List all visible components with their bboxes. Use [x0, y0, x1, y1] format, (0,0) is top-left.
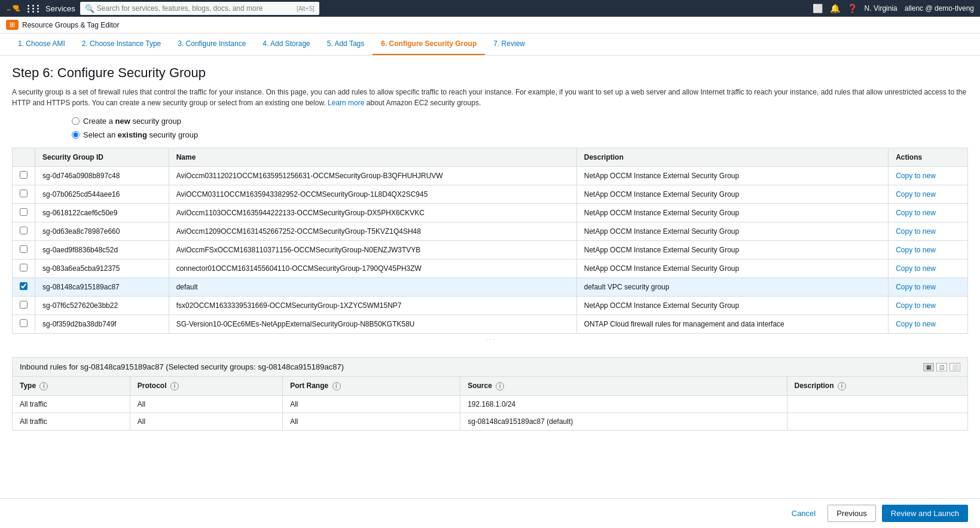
- row-description: NetApp OCCM Instance External Security G…: [576, 222, 888, 241]
- row-actions[interactable]: Copy to new: [889, 260, 968, 278]
- search-input[interactable]: [97, 4, 294, 13]
- services-button[interactable]: Services: [45, 4, 75, 13]
- row-checkbox[interactable]: [20, 245, 28, 253]
- row-description: NetApp OCCM Instance External Security G…: [576, 260, 888, 278]
- security-groups-table: Security Group ID Name Description Actio…: [12, 148, 968, 334]
- row-checkbox[interactable]: [20, 301, 28, 309]
- row-actions[interactable]: Copy to new: [889, 222, 968, 241]
- grid-icon[interactable]: [28, 5, 41, 13]
- row-sg-id: sg-08148ca915189ac87: [35, 278, 169, 297]
- radio-existing-input[interactable]: [72, 131, 80, 139]
- row-checkbox[interactable]: [20, 171, 28, 179]
- copy-to-new-link[interactable]: Copy to new: [896, 320, 936, 328]
- table-row[interactable]: sg-0d63ea8c78987e660 AviOccm1209OCCM1631…: [13, 222, 968, 241]
- col-sg-id: Security Group ID: [35, 148, 169, 167]
- resource-groups-bar: ⊞ Resource Groups & Tag Editor: [0, 17, 980, 33]
- inbound-description: [787, 395, 968, 413]
- table-row[interactable]: sg-083a6ea5cba912375 connector01OCCM1631…: [13, 260, 968, 278]
- bell-icon[interactable]: 🔔: [830, 4, 840, 13]
- inbound-port-range: All: [283, 395, 460, 413]
- row-sg-id: sg-07f6c527620e3bb22: [35, 297, 169, 315]
- row-checkbox[interactable]: [20, 282, 28, 290]
- copy-to-new-link[interactable]: Copy to new: [896, 264, 936, 273]
- step-5-add-tags[interactable]: 5. Add Tags: [319, 33, 373, 55]
- search-icon: 🔍: [85, 4, 94, 13]
- inbound-type: All traffic: [13, 395, 130, 413]
- table-row[interactable]: sg-07f6c527620e3bb22 fsx02OCCM1633339531…: [13, 297, 968, 315]
- row-checkbox-cell[interactable]: [13, 241, 35, 260]
- copy-to-new-link[interactable]: Copy to new: [896, 190, 936, 199]
- radio-new-input[interactable]: [72, 117, 80, 125]
- row-actions[interactable]: Copy to new: [889, 315, 968, 334]
- type-info-icon[interactable]: i: [39, 382, 48, 390]
- row-checkbox-cell[interactable]: [13, 278, 35, 297]
- view-icon-3[interactable]: ⬜: [950, 363, 960, 371]
- row-checkbox-cell[interactable]: [13, 167, 35, 185]
- row-sg-id: sg-0d63ea8c78987e660: [35, 222, 169, 241]
- table-row[interactable]: sg-0d746a0908b897c48 AviOccm03112021OCCM…: [13, 167, 968, 185]
- user-menu[interactable]: allenc @ demo-tlveng: [905, 4, 974, 13]
- radio-select-existing[interactable]: Select an existing security group: [72, 130, 968, 139]
- global-search-bar[interactable]: 🔍 [Alt+S]: [80, 2, 319, 15]
- row-description: NetApp OCCM Instance External Security G…: [576, 297, 888, 315]
- step-7-review[interactable]: 7. Review: [485, 33, 533, 55]
- row-sg-id: sg-083a6ea5cba912375: [35, 260, 169, 278]
- inbound-port-range: All: [283, 413, 460, 430]
- row-checkbox-cell[interactable]: [13, 185, 35, 204]
- table-row[interactable]: sg-0f359d2ba38db749f SG-Version10-0CEc6M…: [13, 315, 968, 334]
- copy-to-new-link[interactable]: Copy to new: [896, 209, 936, 217]
- row-checkbox-cell[interactable]: [13, 260, 35, 278]
- inbound-source: 192.168.1.0/24: [460, 395, 787, 413]
- terminal-icon[interactable]: ⬜: [813, 4, 823, 13]
- resource-groups-icon[interactable]: ⊞: [6, 20, 19, 30]
- col-type: Type i: [13, 377, 130, 396]
- col-inbound-description: Description i: [787, 377, 968, 396]
- inbound-rule-row: All traffic All All sg-08148ca915189ac87…: [13, 413, 968, 430]
- learn-more-link[interactable]: Learn more: [328, 99, 364, 107]
- col-protocol: Protocol i: [130, 377, 282, 396]
- row-checkbox[interactable]: [20, 227, 28, 234]
- table-row[interactable]: sg-08148ca915189ac87 default default VPC…: [13, 278, 968, 297]
- row-checkbox-cell[interactable]: [13, 222, 35, 241]
- row-name: AviOccm1103OCCM1635944222133-OCCMSecurit…: [169, 204, 576, 222]
- view-icon-1[interactable]: ▦: [923, 363, 934, 371]
- desc-info-icon[interactable]: i: [838, 382, 846, 390]
- row-actions[interactable]: Copy to new: [889, 204, 968, 222]
- row-checkbox[interactable]: [20, 190, 28, 197]
- copy-to-new-link[interactable]: Copy to new: [896, 227, 936, 236]
- copy-to-new-link[interactable]: Copy to new: [896, 283, 936, 291]
- aws-logo[interactable]: [6, 3, 23, 14]
- step-6-security-group[interactable]: 6. Configure Security Group: [373, 33, 485, 55]
- row-actions[interactable]: Copy to new: [889, 185, 968, 204]
- table-row[interactable]: sg-0618122caef6c50e9 AviOccm1103OCCM1635…: [13, 204, 968, 222]
- copy-to-new-link[interactable]: Copy to new: [896, 301, 936, 310]
- row-actions[interactable]: Copy to new: [889, 167, 968, 185]
- row-actions[interactable]: Copy to new: [889, 297, 968, 315]
- step-4-add-storage[interactable]: 4. Add Storage: [254, 33, 318, 55]
- row-checkbox-cell[interactable]: [13, 297, 35, 315]
- table-row[interactable]: sg-0aed9f8836b48c52d AviOccmFSxOCCM16381…: [13, 241, 968, 260]
- drag-handle[interactable]: · · ·: [12, 334, 968, 345]
- row-checkbox[interactable]: [20, 208, 28, 216]
- table-row[interactable]: sg-07b0625cd544aee16 AviOCCM0311OCCM1635…: [13, 185, 968, 204]
- step-3-configure-instance[interactable]: 3. Configure Instance: [169, 33, 254, 55]
- copy-to-new-link[interactable]: Copy to new: [896, 246, 936, 254]
- search-shortcut: [Alt+S]: [297, 5, 315, 12]
- row-checkbox[interactable]: [20, 319, 28, 327]
- step-1-choose-ami[interactable]: 1. Choose AMI: [10, 33, 74, 55]
- row-checkbox-cell[interactable]: [13, 204, 35, 222]
- row-actions[interactable]: Copy to new: [889, 241, 968, 260]
- step-2-instance-type[interactable]: 2. Choose Instance Type: [74, 33, 170, 55]
- row-actions[interactable]: Copy to new: [889, 278, 968, 297]
- port-info-icon[interactable]: i: [332, 382, 341, 390]
- source-info-icon[interactable]: i: [496, 382, 504, 390]
- row-checkbox-cell[interactable]: [13, 315, 35, 334]
- radio-create-new[interactable]: Create a new security group: [72, 117, 968, 126]
- copy-to-new-link[interactable]: Copy to new: [896, 172, 936, 180]
- protocol-info-icon[interactable]: i: [170, 382, 179, 390]
- view-icon-2[interactable]: ◫: [936, 363, 947, 371]
- help-icon[interactable]: ❓: [847, 4, 857, 13]
- region-selector[interactable]: N. Virginia: [865, 4, 897, 13]
- row-checkbox[interactable]: [20, 264, 28, 271]
- row-description: default VPC security group: [576, 278, 888, 297]
